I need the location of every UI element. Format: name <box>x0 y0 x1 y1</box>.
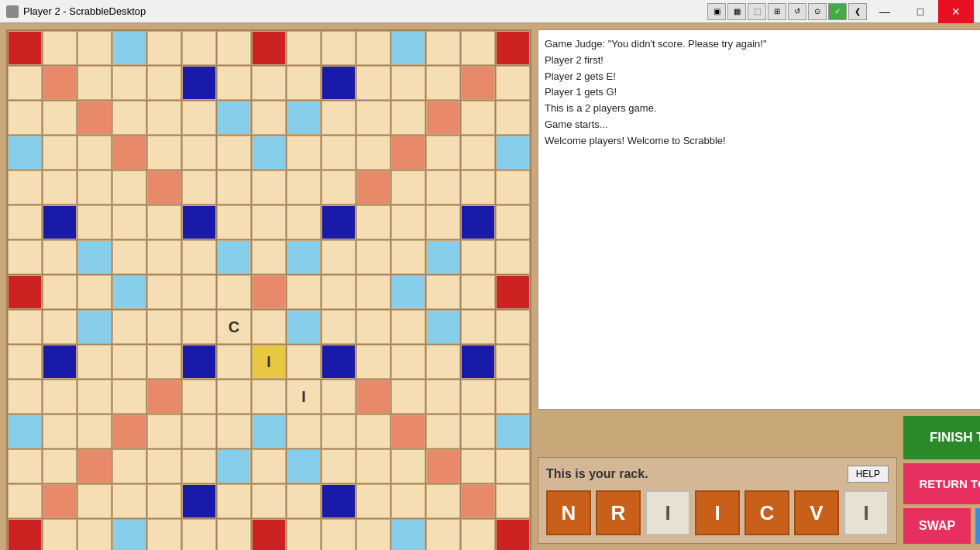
board-cell[interactable] <box>322 205 356 239</box>
board-cell[interactable] <box>426 170 460 205</box>
board-cell[interactable] <box>217 101 251 135</box>
board-cell[interactable] <box>322 101 356 135</box>
board-cell[interactable] <box>252 170 286 205</box>
board-cell[interactable] <box>391 240 425 274</box>
board-cell[interactable] <box>426 414 460 449</box>
board-cell[interactable] <box>496 380 530 414</box>
board-cell[interactable] <box>8 380 42 414</box>
board-cell[interactable] <box>77 31 112 65</box>
board-cell[interactable] <box>217 345 251 379</box>
board-cell[interactable] <box>217 205 251 239</box>
board-cell[interactable] <box>287 170 321 205</box>
board-cell[interactable] <box>322 380 356 414</box>
board-cell[interactable] <box>322 449 356 483</box>
board-cell[interactable] <box>252 380 286 414</box>
board-cell[interactable] <box>496 345 530 379</box>
board-cell[interactable] <box>77 240 112 274</box>
board-cell[interactable] <box>112 66 146 100</box>
board-cell[interactable] <box>252 101 286 135</box>
board-cell[interactable] <box>8 449 42 483</box>
board-cell[interactable] <box>391 310 425 344</box>
board-cell[interactable] <box>147 449 181 483</box>
board-cell[interactable] <box>182 345 216 379</box>
rack-tile[interactable]: I <box>645 490 690 535</box>
board-cell[interactable] <box>287 310 321 344</box>
board-cell[interactable] <box>217 136 251 170</box>
board-cell[interactable] <box>252 414 286 449</box>
board-cell[interactable] <box>252 484 286 518</box>
board-cell[interactable] <box>322 310 356 344</box>
board-cell[interactable] <box>217 380 251 414</box>
board-cell[interactable] <box>426 31 460 65</box>
board-cell[interactable] <box>182 275 216 309</box>
toolbar-btn-7[interactable]: ✓ <box>828 3 847 20</box>
board-cell[interactable] <box>426 484 460 518</box>
board-cell[interactable] <box>8 205 42 239</box>
board-cell[interactable] <box>252 310 286 344</box>
board-cell[interactable] <box>112 414 146 449</box>
board-cell[interactable] <box>322 484 356 518</box>
board-cell[interactable] <box>147 205 181 239</box>
board-cell[interactable] <box>391 31 425 65</box>
board-cell[interactable] <box>43 519 77 550</box>
board-cell[interactable] <box>322 519 356 550</box>
board-cell[interactable] <box>112 310 146 344</box>
board-cell[interactable] <box>147 170 181 205</box>
board-cell[interactable] <box>217 66 251 100</box>
board-cell[interactable] <box>182 31 216 65</box>
board-cell[interactable] <box>426 136 460 170</box>
board-cell[interactable] <box>43 449 77 483</box>
rack-tile[interactable]: C <box>744 490 789 535</box>
board-cell[interactable] <box>217 240 251 274</box>
board-cell[interactable] <box>426 380 460 414</box>
board-cell[interactable] <box>356 31 390 65</box>
board-cell[interactable] <box>356 484 390 518</box>
board-cell[interactable] <box>112 275 146 309</box>
board-cell[interactable] <box>461 66 495 100</box>
board-cell[interactable] <box>112 205 146 239</box>
board-cell[interactable] <box>252 449 286 483</box>
board-cell[interactable] <box>182 205 216 239</box>
board-cell[interactable] <box>322 275 356 309</box>
board-cell[interactable] <box>496 275 530 309</box>
board-cell[interactable] <box>112 136 146 170</box>
board-cell[interactable] <box>8 345 42 379</box>
board-cell[interactable] <box>217 31 251 65</box>
board-cell[interactable] <box>112 101 146 135</box>
board-cell[interactable] <box>77 484 112 518</box>
board-cell[interactable] <box>182 240 216 274</box>
board-cell[interactable]: I <box>287 380 321 414</box>
board-cell[interactable] <box>356 101 390 135</box>
board-cell[interactable] <box>287 101 321 135</box>
board-cell[interactable] <box>461 170 495 205</box>
board-cell[interactable] <box>8 519 42 550</box>
board-cell[interactable] <box>496 310 530 344</box>
board-cell[interactable] <box>356 449 390 483</box>
toolbar-btn-8[interactable]: ❮ <box>848 3 867 20</box>
board-cell[interactable] <box>356 380 390 414</box>
board-cell[interactable] <box>43 31 77 65</box>
board-cell[interactable] <box>43 310 77 344</box>
board-cell[interactable] <box>426 345 460 379</box>
board-cell[interactable] <box>356 310 390 344</box>
board-cell[interactable] <box>8 170 42 205</box>
close-button[interactable]: ✕ <box>938 0 974 23</box>
toolbar-btn-1[interactable]: ▣ <box>707 3 726 20</box>
board-cell[interactable] <box>182 66 216 100</box>
rack-tile[interactable]: R <box>596 490 641 535</box>
rack-tile[interactable]: I <box>844 490 889 535</box>
board-cell[interactable] <box>426 519 460 550</box>
board-cell[interactable] <box>43 380 77 414</box>
toolbar-btn-5[interactable]: ↺ <box>788 3 806 20</box>
board-cell[interactable] <box>391 205 425 239</box>
board-cell[interactable] <box>77 310 112 344</box>
swap-button[interactable]: SWAP <box>903 508 971 544</box>
board-cell[interactable] <box>147 136 181 170</box>
board-cell[interactable] <box>287 205 321 239</box>
board-cell[interactable] <box>496 66 530 100</box>
board-cell[interactable]: I <box>252 345 286 379</box>
board-cell[interactable] <box>322 414 356 449</box>
board-cell[interactable] <box>252 240 286 274</box>
board-cell[interactable] <box>112 31 146 65</box>
board-cell[interactable] <box>182 380 216 414</box>
